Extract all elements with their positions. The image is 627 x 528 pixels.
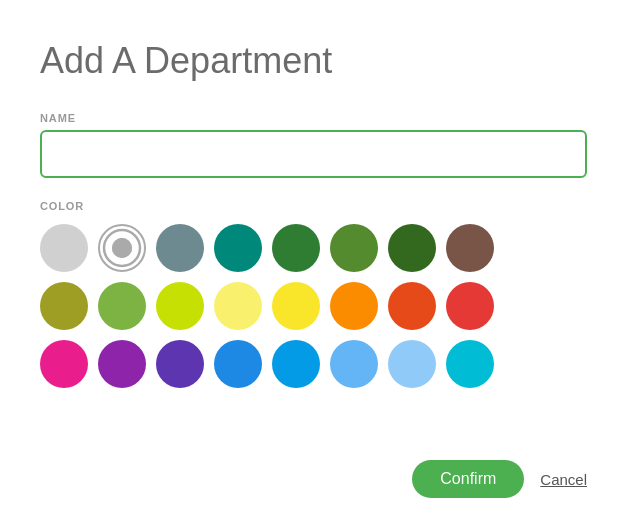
color-swatch-15[interactable] xyxy=(446,282,494,330)
color-swatch-16[interactable] xyxy=(40,340,88,388)
color-swatch-11[interactable] xyxy=(214,282,262,330)
color-swatch-5[interactable] xyxy=(330,224,378,272)
color-swatch-21[interactable] xyxy=(330,340,378,388)
color-swatch-20[interactable] xyxy=(272,340,320,388)
color-swatch-6[interactable] xyxy=(388,224,436,272)
color-swatch-13[interactable] xyxy=(330,282,378,330)
color-swatch-2[interactable] xyxy=(156,224,204,272)
cancel-button[interactable]: Cancel xyxy=(540,471,587,488)
color-swatch-10[interactable] xyxy=(156,282,204,330)
color-swatch-23[interactable] xyxy=(446,340,494,388)
color-swatch-1[interactable] xyxy=(98,224,146,272)
color-swatch-7[interactable] xyxy=(446,224,494,272)
svg-point-0 xyxy=(104,230,140,266)
name-input[interactable] xyxy=(40,130,587,178)
color-label: COLOR xyxy=(40,200,587,212)
color-swatch-0[interactable] xyxy=(40,224,88,272)
name-label: NAME xyxy=(40,112,587,124)
svg-point-1 xyxy=(112,238,132,258)
color-swatch-19[interactable] xyxy=(214,340,262,388)
color-section: COLOR xyxy=(40,200,587,388)
name-field-group: NAME xyxy=(40,112,587,178)
color-swatch-8[interactable] xyxy=(40,282,88,330)
footer: Confirm Cancel xyxy=(40,460,587,498)
confirm-button[interactable]: Confirm xyxy=(412,460,524,498)
color-swatch-4[interactable] xyxy=(272,224,320,272)
add-department-dialog: Add A Department NAME COLOR Confirm Canc… xyxy=(0,0,627,528)
color-swatch-12[interactable] xyxy=(272,282,320,330)
color-grid xyxy=(40,224,587,388)
color-swatch-17[interactable] xyxy=(98,340,146,388)
color-swatch-3[interactable] xyxy=(214,224,262,272)
color-swatch-9[interactable] xyxy=(98,282,146,330)
color-swatch-14[interactable] xyxy=(388,282,436,330)
color-swatch-18[interactable] xyxy=(156,340,204,388)
color-swatch-22[interactable] xyxy=(388,340,436,388)
page-title: Add A Department xyxy=(40,40,587,82)
